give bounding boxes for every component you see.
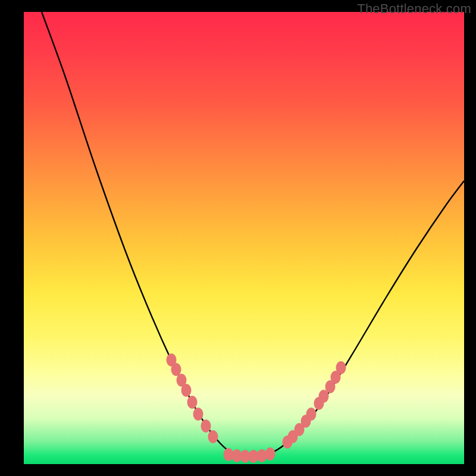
marker-dot [201,419,211,433]
plot-area [24,12,464,464]
marker-dot [265,447,275,461]
marker-dot [193,408,203,421]
marker-dot [336,361,346,374]
chart-svg [24,12,464,464]
marker-dot [187,396,198,409]
watermark-text: TheBottleneck.com [357,1,471,17]
marker-dot [208,430,218,443]
marker-dot [171,363,181,376]
bottleneck-curve [42,12,464,456]
marker-group [167,353,346,463]
marker-dot [181,384,192,397]
outer-frame: TheBottleneck.com [0,0,476,476]
marker-dot [306,408,317,421]
